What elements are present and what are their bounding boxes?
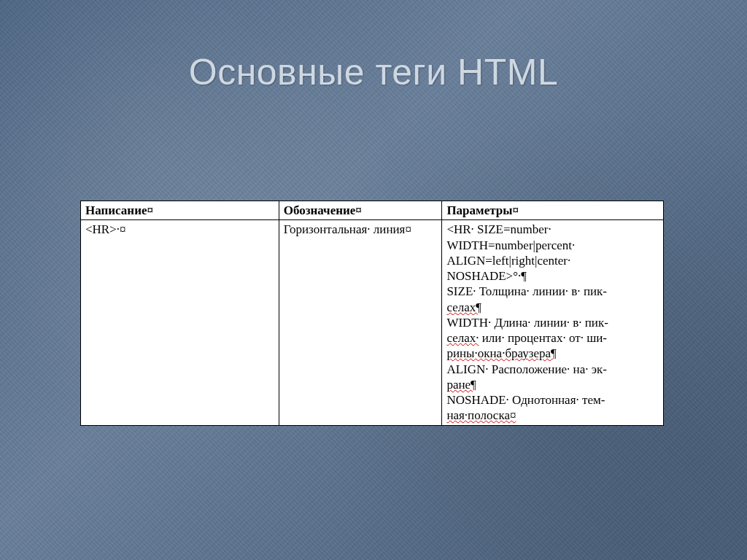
param-text: или· — [482, 331, 505, 345]
param-text: Толщина· — [479, 284, 530, 298]
param-text: линии· — [534, 316, 570, 330]
cell-writing: <HR>·¤ — [81, 220, 279, 425]
param-text: Расположение· — [492, 362, 570, 376]
param-text: NOSHADE· — [446, 393, 508, 407]
param-text: линии· — [533, 284, 568, 298]
param-text: SIZE· — [446, 284, 476, 298]
table-container: Написание¤ Обозначение¤ Параметры¤ <HR>·… — [80, 201, 664, 426]
param-text: селах· — [446, 331, 479, 345]
param-text: на· — [573, 362, 589, 376]
slide-title: Основные теги HTML — [0, 0, 747, 93]
param-line-width: WIDTH=number|percent· — [446, 238, 659, 253]
tags-table: Написание¤ Обозначение¤ Параметры¤ <HR>·… — [80, 201, 664, 426]
param-line-width-desc3: рины·окна·браузера¶ — [446, 346, 659, 361]
param-text: ши- — [587, 331, 607, 345]
table-header-row: Написание¤ Обозначение¤ Параметры¤ — [81, 201, 664, 220]
col-header-writing: Написание¤ — [81, 201, 279, 220]
param-text: Длина· — [495, 316, 531, 330]
col-header-params: Параметры¤ — [442, 201, 664, 220]
param-text: пик- — [584, 284, 607, 298]
param-text: процентах· — [508, 331, 566, 345]
param-text: пик- — [585, 316, 608, 330]
param-text: от· — [569, 331, 584, 345]
param-line-align-desc2: ране¶ — [446, 377, 659, 392]
param-line-width-desc: WIDTH· Длина· линии· в· пик- — [446, 315, 659, 330]
param-text: ране¶ — [446, 378, 476, 392]
param-text: эк- — [592, 362, 607, 376]
param-line-align-desc: ALIGN· Расположение· на· эк- — [446, 362, 659, 377]
cell-meaning: Горизонтальная· линия¤ — [279, 220, 442, 425]
param-line-size-desc2: селах¶ — [446, 300, 659, 315]
param-text: Однотонная· — [512, 393, 579, 407]
param-text: ALIGN· — [446, 362, 488, 376]
param-text: в· — [573, 316, 581, 330]
meaning-line1: Горизонтальная· — [284, 222, 371, 236]
param-text: тем- — [582, 393, 605, 407]
cell-params: <HR· SIZE=number· WIDTH=number|percent· … — [442, 220, 664, 425]
param-text: SIZE=number· — [477, 222, 551, 236]
meaning-line2: линия¤ — [374, 222, 411, 236]
param-text: WIDTH· — [446, 316, 491, 330]
slide: Основные теги HTML Написание¤ Обозначени… — [0, 0, 747, 560]
param-text: в· — [571, 284, 580, 298]
param-line-noshade-desc: NOSHADE· Однотонная· тем- — [446, 392, 659, 408]
param-text: ная·полоска¤ — [446, 408, 516, 422]
table-row: <HR>·¤ Горизонтальная· линия¤ <HR· SIZE=… — [81, 220, 664, 425]
param-line-noshade-desc2: ная·полоска¤ — [446, 408, 659, 423]
param-line-align: ALIGN=left|right|center· — [446, 253, 659, 268]
param-text: рины·окна·браузера¶ — [446, 346, 556, 360]
param-line-size-desc: SIZE· Толщина· линии· в· пик- — [446, 284, 659, 299]
col-header-meaning: Обозначение¤ — [279, 201, 442, 220]
param-line-noshade: NOSHADE>°·¶ — [446, 268, 659, 284]
param-line-width-desc2: селах· или· процентах· от· ши- — [446, 330, 659, 346]
param-text: <HR· — [446, 222, 473, 236]
param-line-hr: <HR· SIZE=number· — [446, 222, 659, 237]
param-text: селах¶ — [446, 300, 481, 314]
